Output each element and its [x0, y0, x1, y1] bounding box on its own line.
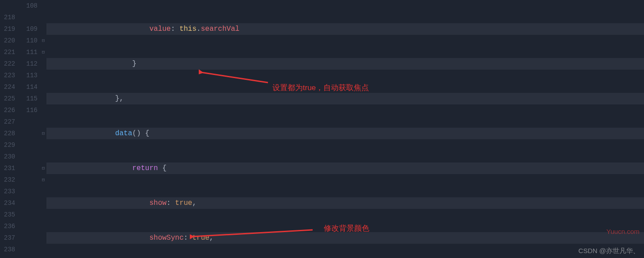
- inner-ln: [18, 116, 38, 128]
- fold-mark[interactable]: [40, 93, 46, 104]
- fold-mark[interactable]: [40, 23, 46, 35]
- code-line[interactable]: },: [46, 93, 644, 104]
- outer-ln: 225: [0, 93, 15, 104]
- code-line[interactable]: data() {: [46, 128, 644, 139]
- outer-ln: 239: [0, 255, 15, 258]
- outer-ln: 219: [0, 23, 15, 35]
- fold-mark[interactable]: [40, 81, 46, 93]
- code-line[interactable]: }: [46, 58, 644, 70]
- fold-mark[interactable]: [40, 244, 46, 255]
- fold-mark[interactable]: [40, 104, 46, 116]
- outer-ln: 228: [0, 128, 15, 139]
- fold-mark[interactable]: [40, 116, 46, 128]
- inner-ln: [18, 139, 38, 151]
- inner-ln: 108: [18, 0, 38, 12]
- outer-ln: 236: [0, 221, 15, 232]
- inner-ln: 116: [18, 104, 38, 116]
- outer-ln: 224: [0, 81, 15, 93]
- inner-ln: [18, 186, 38, 197]
- fold-mark[interactable]: [40, 12, 46, 23]
- fold-mark[interactable]: ⊟: [40, 46, 46, 58]
- code-line[interactable]: return {: [46, 162, 644, 174]
- outer-ln: 235: [0, 209, 15, 221]
- inner-ln: [18, 232, 38, 244]
- fold-mark[interactable]: [40, 151, 46, 162]
- outer-ln: 220: [0, 35, 15, 46]
- outer-ln: 223: [0, 70, 15, 81]
- code-line[interactable]: showSync: true,: [46, 232, 644, 244]
- fold-gutter: ⊟ ⊟ ⊟ ⊟ ⊟: [40, 0, 46, 258]
- outer-ln: 226: [0, 104, 15, 116]
- outer-ln: [0, 0, 15, 12]
- inner-ln: [18, 151, 38, 162]
- inner-ln: [18, 221, 38, 232]
- inner-ln: [18, 209, 38, 221]
- inner-ln: [18, 12, 38, 23]
- inner-ln: 111: [18, 46, 38, 58]
- outer-ln: 232: [0, 174, 15, 186]
- inner-ln: 114: [18, 81, 38, 93]
- outer-ln: 237: [0, 232, 15, 244]
- code-area[interactable]: value: this.searchVal } }, data() { retu…: [46, 0, 644, 258]
- fold-mark[interactable]: [40, 255, 46, 258]
- inner-gutter: 108 109 110 111 112 113 114 115 116: [18, 0, 40, 258]
- outer-ln: 229: [0, 139, 15, 151]
- inner-ln: [18, 197, 38, 209]
- inner-ln: [18, 244, 38, 255]
- outer-gutter: 218 219 220 221 222 223 224 225 226 227 …: [0, 0, 18, 258]
- inner-ln: 115: [18, 93, 38, 104]
- inner-ln: 113: [18, 70, 38, 81]
- fold-mark[interactable]: ⊟: [40, 35, 46, 46]
- inner-ln: 109: [18, 23, 38, 35]
- code-editor: 218 219 220 221 222 223 224 225 226 227 …: [0, 0, 644, 258]
- fold-mark[interactable]: ⊟: [40, 174, 46, 186]
- fold-mark[interactable]: [40, 58, 46, 70]
- fold-mark[interactable]: [40, 221, 46, 232]
- outer-ln: 230: [0, 151, 15, 162]
- fold-mark[interactable]: [40, 197, 46, 209]
- fold-mark[interactable]: [40, 139, 46, 151]
- inner-ln: [18, 255, 38, 258]
- code-line[interactable]: value: this.searchVal: [46, 23, 644, 35]
- outer-ln: 233: [0, 186, 15, 197]
- fold-mark[interactable]: [40, 232, 46, 244]
- outer-ln: 218: [0, 12, 15, 23]
- inner-ln: [18, 162, 38, 174]
- outer-ln: 221: [0, 46, 15, 58]
- outer-ln: 238: [0, 244, 15, 255]
- fold-mark[interactable]: ⊟: [40, 162, 46, 174]
- outer-ln: 231: [0, 162, 15, 174]
- fold-mark[interactable]: [40, 0, 46, 12]
- inner-ln: [18, 174, 38, 186]
- fold-mark[interactable]: [40, 70, 46, 81]
- fold-mark[interactable]: [40, 209, 46, 221]
- outer-ln: 227: [0, 116, 15, 128]
- code-line[interactable]: show: true,: [46, 197, 644, 209]
- outer-ln: 234: [0, 197, 15, 209]
- inner-ln: 110: [18, 35, 38, 46]
- inner-ln: 112: [18, 58, 38, 70]
- fold-mark[interactable]: [40, 186, 46, 197]
- outer-ln: 222: [0, 58, 15, 70]
- fold-mark[interactable]: ⊟: [40, 128, 46, 139]
- inner-ln: [18, 128, 38, 139]
